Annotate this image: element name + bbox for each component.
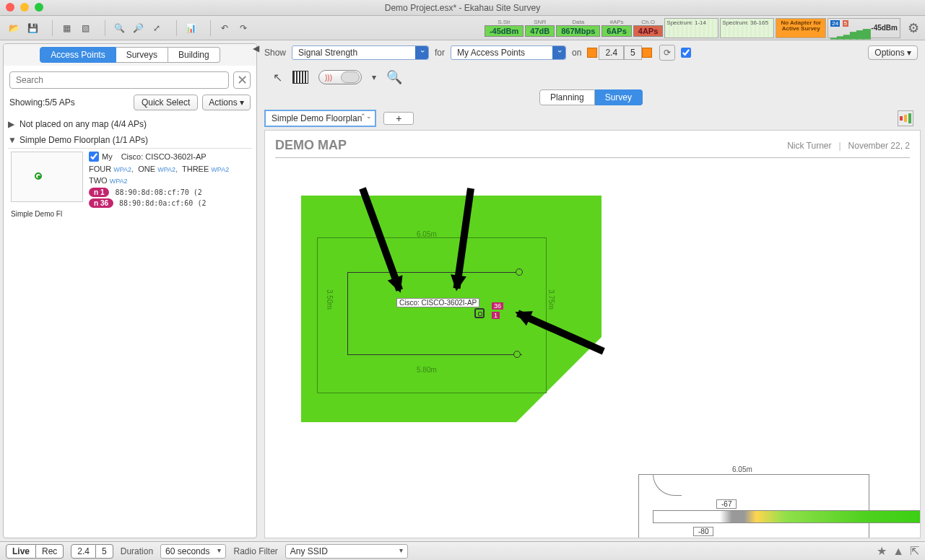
chart-icon[interactable]: 📊: [183, 20, 199, 36]
survey-toggle[interactable]: ))): [318, 70, 362, 84]
export-icon[interactable]: ▧: [77, 20, 93, 36]
ap-title: Cisco: CISCO-3602I-AP: [121, 152, 207, 161]
thumbnail-label: Simple Demo Fl: [11, 210, 62, 218]
redo-icon[interactable]: ↷: [235, 20, 251, 36]
cursor-tool-icon[interactable]: ↖: [273, 71, 282, 84]
band-5-status[interactable]: 5: [96, 544, 113, 559]
quick-select-button[interactable]: Quick Select: [134, 95, 198, 110]
zoom-out-icon[interactable]: 🔎: [130, 20, 146, 36]
stats-icon[interactable]: [898, 110, 913, 126]
ap-marker-icon[interactable]: [474, 308, 485, 318]
separator: [210, 20, 211, 36]
show-label: Show: [264, 48, 286, 58]
floor-row: Simple Demo Floorplan +: [257, 105, 925, 127]
wave-icon: ))): [325, 74, 332, 82]
legend-value: -80: [693, 527, 713, 536]
minimize-icon[interactable]: [20, 3, 29, 12]
statusbar: Live Rec 2.4 5 Duration 60 seconds Radio…: [0, 541, 925, 560]
pill-signal-strength: S.Str -45dBm: [485, 19, 524, 37]
chevron-down-icon[interactable]: ▼: [8, 135, 17, 145]
tab-access-points[interactable]: Access Points: [40, 47, 116, 63]
tab-planning[interactable]: Planning: [539, 89, 595, 105]
gradient-legend: [653, 510, 921, 523]
canvas-header: DEMO MAP Nick Turner|November 22, 2: [275, 138, 910, 158]
my-ap-checkbox[interactable]: [89, 152, 99, 162]
band-toggle[interactable]: 2.4 5: [587, 45, 653, 60]
chevron-right-icon[interactable]: ▶: [8, 119, 17, 129]
options-button[interactable]: Options ▾: [868, 45, 918, 60]
band-5[interactable]: 5: [624, 45, 642, 60]
radio-filter-select[interactable]: Any SSID: [285, 544, 408, 559]
maximize-icon[interactable]: [35, 3, 43, 12]
live-rec-toggle[interactable]: Live Rec: [6, 544, 64, 559]
channel-tag: 36: [492, 302, 503, 310]
mac-address: 88:90:8d:08:cf:70 (2: [115, 188, 201, 196]
floorplan-heatmap[interactable]: 6.05m 5.80m 3.50m 3.75m Cisco: CISCO-360…: [301, 196, 602, 422]
refresh-icon[interactable]: ⟳: [659, 45, 675, 61]
import-icon[interactable]: ▦: [58, 20, 74, 36]
open-icon[interactable]: 📂: [6, 20, 22, 36]
dim-label: 6.05m: [417, 230, 437, 238]
live-button[interactable]: Live: [6, 544, 36, 559]
pill-aps: #APs 6APs: [602, 19, 632, 37]
zoom-in-icon[interactable]: 🔍: [111, 20, 127, 36]
separator: [176, 20, 177, 36]
visualization-select[interactable]: Signal Strength: [292, 45, 429, 60]
star-icon[interactable]: ★: [877, 544, 887, 558]
floorplan-thumbnail[interactable]: [11, 152, 83, 202]
caret-up-icon[interactable]: ▲: [893, 545, 904, 558]
survey-path: [347, 272, 348, 354]
ap-list-item[interactable]: Simple Demo Fl My Cisco: CISCO-3602I-AP …: [8, 148, 252, 211]
rec-button[interactable]: Rec: [36, 544, 64, 559]
map-title: DEMO MAP: [275, 138, 347, 153]
my-label: My: [102, 152, 113, 161]
channel-badge: n 36: [89, 198, 113, 208]
tab-building[interactable]: Building: [168, 47, 220, 63]
ap-ssids-line2: TWO WPA2: [89, 176, 249, 185]
spectrum-36-165[interactable]: Spectrum: 36-165: [720, 18, 774, 38]
tree-not-placed[interactable]: ▶Not placed on any map (4/4 APs): [8, 116, 252, 132]
survey-point-icon: [516, 268, 523, 276]
clear-search-icon[interactable]: ✕: [233, 71, 251, 89]
signal-bars-icon: ▁▂▃▅▆▇: [830, 27, 869, 39]
tree-floorplan[interactable]: ▼Simple Demo Floorplan (1/1 APs): [8, 132, 252, 148]
actions-button[interactable]: Actions ▾: [202, 95, 251, 110]
popout-icon[interactable]: ⇱: [910, 544, 919, 558]
spectrum-1-14[interactable]: Spectrum: 1-14: [664, 18, 718, 38]
search-input[interactable]: [9, 71, 229, 89]
pill-data: Data 867Mbps: [556, 19, 600, 37]
survey-path: [347, 272, 521, 273]
channel-badge: n 1: [89, 188, 109, 197]
titlebar: Demo Project.esx* - Ekahau Site Survey: [0, 0, 925, 16]
floorplan-select[interactable]: Simple Demo Floorplan: [264, 110, 376, 127]
map-tools: ↖ ))) ▾ 🔍: [257, 65, 925, 89]
duration-select[interactable]: 60 seconds: [160, 544, 226, 559]
sidebar-tabs: Access Points Surveys Building: [4, 44, 256, 66]
inspector-tool-icon[interactable]: 🔍: [386, 69, 402, 85]
band-indicator-icon: [642, 48, 652, 58]
main-toolbar: 📂 💾 ▦ ▧ 🔍 🔎 ⤢ 📊 ↶ ↷ S.Str -45dBm SNR 47d…: [0, 16, 925, 40]
close-icon[interactable]: [6, 3, 14, 12]
aps-select[interactable]: My Access Points: [451, 45, 566, 60]
ap-label[interactable]: Cisco: CISCO-3602I-AP: [396, 298, 479, 307]
gear-icon[interactable]: ⚙: [908, 20, 919, 36]
tab-surveys[interactable]: Surveys: [116, 47, 168, 63]
channel-tag: 1: [492, 312, 500, 319]
add-floorplan-button[interactable]: +: [383, 112, 414, 125]
window-controls[interactable]: [6, 3, 43, 12]
save-icon[interactable]: 💾: [25, 20, 40, 36]
pill-cho: Ch.O 4APs: [633, 19, 664, 37]
ap-dot-icon: [35, 172, 42, 180]
band-24-status[interactable]: 2.4: [71, 544, 96, 559]
dim-label: 3.75m: [547, 289, 555, 310]
scale-tool-icon[interactable]: [292, 71, 308, 84]
tab-survey[interactable]: Survey: [595, 89, 643, 105]
band-toggle-status[interactable]: 2.4 5: [71, 544, 113, 559]
band-24[interactable]: 2.4: [599, 45, 624, 60]
ap-mac-row: n 1 88:90:8d:08:cf:70 (2: [89, 188, 249, 197]
viz-enable-checkbox[interactable]: [681, 48, 691, 58]
undo-icon[interactable]: ↶: [217, 20, 233, 36]
zoom-fit-icon[interactable]: ⤢: [149, 20, 165, 36]
legend-dim: 6.05m: [732, 465, 752, 473]
map-canvas[interactable]: DEMO MAP Nick Turner|November 22, 2 6.05…: [264, 130, 921, 538]
